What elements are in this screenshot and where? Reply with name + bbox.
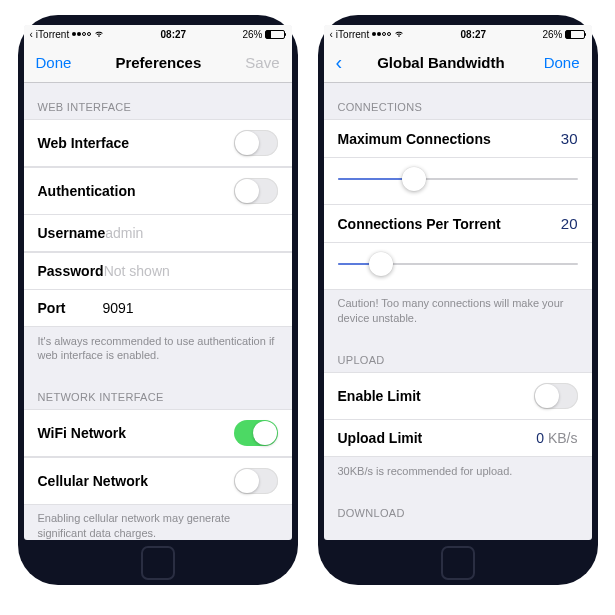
status-time: 08:27 <box>161 29 187 40</box>
done-button[interactable]: Done <box>36 54 72 71</box>
content-right: CONNECTIONS Maximum Connections 30 Conne… <box>324 83 592 540</box>
label-web-interface: Web Interface <box>38 135 130 151</box>
slider-row-max <box>324 158 592 205</box>
slider-max-connections[interactable] <box>338 166 578 192</box>
label-upload-limit: Upload Limit <box>338 430 423 446</box>
status-bar: ‹ iTorrent 08:27 26% <box>324 25 592 43</box>
footer-web: It's always recommended to use authentic… <box>24 327 292 374</box>
status-time: 08:27 <box>461 29 487 40</box>
row-authentication: Authentication <box>24 167 292 215</box>
battery-icon <box>265 30 285 39</box>
label-username: Username <box>38 225 106 241</box>
slider-row-per <box>324 243 592 290</box>
label-per-torrent: Connections Per Torrent <box>338 216 501 232</box>
footer-network: Enabling cellular network may generate s… <box>24 504 292 540</box>
toggle-web-interface[interactable] <box>234 130 278 156</box>
signal-icon <box>72 32 91 36</box>
password-input[interactable] <box>104 263 279 279</box>
row-wifi: WiFi Network <box>24 409 292 457</box>
back-caret-icon: ‹ <box>330 29 333 40</box>
value-upload-limit: 0 KB/s <box>536 430 577 446</box>
row-port: Port <box>24 289 292 327</box>
nav-bar: Done Preferences Save <box>24 43 292 83</box>
footer-upload: 30KB/s is recommended for upload. <box>324 457 592 489</box>
label-enable-limit: Enable Limit <box>338 388 421 404</box>
section-header-upload: UPLOAD <box>324 336 592 372</box>
phone-left: ‹ iTorrent 08:27 26% Done Preferences Sa… <box>18 15 298 585</box>
row-per-torrent: Connections Per Torrent 20 <box>324 204 592 243</box>
nav-bar: ‹ Global Bandwidth Done <box>324 43 592 83</box>
row-password: Password <box>24 252 292 290</box>
battery-icon <box>565 30 585 39</box>
content-left: WEB INTERFACE Web Interface Authenticati… <box>24 83 292 540</box>
row-max-connections: Maximum Connections 30 <box>324 119 592 158</box>
battery-pct: 26% <box>242 29 262 40</box>
done-button[interactable]: Done <box>544 54 580 71</box>
label-authentication: Authentication <box>38 183 136 199</box>
row-cellular: Cellular Network <box>24 457 292 505</box>
wifi-icon <box>94 29 104 39</box>
signal-icon <box>372 32 391 36</box>
page-title: Global Bandwidth <box>377 54 505 71</box>
status-bar: ‹ iTorrent 08:27 26% <box>24 25 292 43</box>
home-button[interactable] <box>141 546 175 580</box>
battery-pct: 26% <box>542 29 562 40</box>
label-max-connections: Maximum Connections <box>338 131 491 147</box>
footer-connections: Caution! Too many connections will make … <box>324 289 592 336</box>
row-upload-limit: Upload Limit 0 KB/s <box>324 419 592 457</box>
section-header-network: NETWORK INTERFACE <box>24 373 292 409</box>
carrier-text: iTorrent <box>336 29 369 40</box>
home-button[interactable] <box>441 546 475 580</box>
back-caret-icon: ‹ <box>30 29 33 40</box>
label-wifi: WiFi Network <box>38 425 127 441</box>
port-input[interactable] <box>103 300 278 316</box>
page-title: Preferences <box>115 54 201 71</box>
screen-left: ‹ iTorrent 08:27 26% Done Preferences Sa… <box>24 25 292 540</box>
row-web-interface: Web Interface <box>24 119 292 167</box>
save-button[interactable]: Save <box>245 54 279 71</box>
carrier-text: iTorrent <box>36 29 69 40</box>
label-port: Port <box>38 300 103 316</box>
toggle-wifi[interactable] <box>234 420 278 446</box>
value-max-connections: 30 <box>561 130 578 147</box>
row-enable-limit: Enable Limit <box>324 372 592 420</box>
slider-per-torrent[interactable] <box>338 251 578 277</box>
screen-right: ‹ iTorrent 08:27 26% ‹ Global Bandwidth … <box>324 25 592 540</box>
back-icon[interactable]: ‹ <box>336 51 343 74</box>
section-header-download: DOWNLOAD <box>324 489 592 525</box>
toggle-authentication[interactable] <box>234 178 278 204</box>
username-input[interactable] <box>105 225 280 241</box>
phone-right: ‹ iTorrent 08:27 26% ‹ Global Bandwidth … <box>318 15 598 585</box>
label-password: Password <box>38 263 104 279</box>
section-header-web: WEB INTERFACE <box>24 83 292 119</box>
toggle-enable-limit[interactable] <box>534 383 578 409</box>
label-cellular: Cellular Network <box>38 473 148 489</box>
wifi-icon <box>394 29 404 39</box>
section-header-connections: CONNECTIONS <box>324 83 592 119</box>
value-per-torrent: 20 <box>561 215 578 232</box>
row-username: Username <box>24 214 292 252</box>
toggle-cellular[interactable] <box>234 468 278 494</box>
